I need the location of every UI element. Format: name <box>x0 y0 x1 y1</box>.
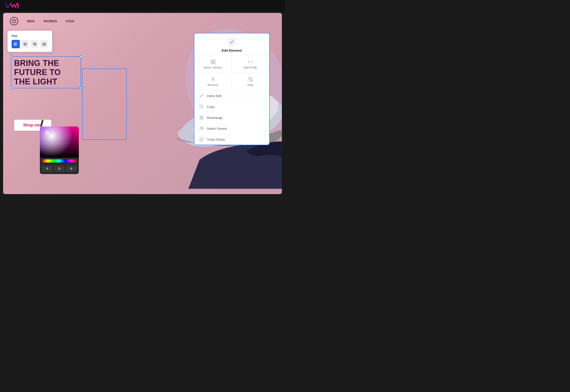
rgb-inputs: R G B <box>40 164 79 172</box>
track-clicks-label: Track Clicks <box>207 138 225 141</box>
selected-text-element[interactable]: BRING THE FUTURE TO THE LIGHT <box>11 56 81 88</box>
svg-rect-36 <box>202 118 203 119</box>
svg-rect-25 <box>214 60 215 61</box>
color-spectrum-slider[interactable] <box>42 159 77 163</box>
svg-rect-35 <box>200 118 201 119</box>
svg-rect-32 <box>201 106 203 108</box>
resize-handle-tr[interactable] <box>80 56 82 58</box>
svg-rect-34 <box>202 116 203 117</box>
select-parent-item[interactable]: Select Parent <box>194 123 269 134</box>
hide-label: Hide <box>248 83 254 87</box>
red-channel-input[interactable]: R <box>42 166 53 172</box>
svg-point-42 <box>201 139 202 140</box>
green-channel-input[interactable]: G <box>54 166 65 172</box>
edit-element-icon-circle <box>227 37 236 47</box>
edit-html-label: Edit HTML <box>243 66 257 69</box>
copy-item[interactable]: Copy <box>194 101 269 112</box>
edit-element-title: Edit Element <box>222 49 242 52</box>
canvas-wrapper: MEN WOMEN KIDS Text <box>3 13 282 194</box>
svg-rect-37 <box>200 128 201 129</box>
right-selection-box <box>82 69 127 140</box>
text-toolbar: Text <box>8 31 52 52</box>
track-clicks-item[interactable]: Track Clicks <box>194 134 269 145</box>
nav-women[interactable]: WOMEN <box>44 19 57 23</box>
nav-logo <box>10 17 18 25</box>
context-menu-list: Inline Edit Copy <box>194 90 269 145</box>
inline-edit-item[interactable]: Inline Edit <box>194 90 269 101</box>
edit-html-button[interactable]: Edit HTML <box>232 56 269 73</box>
move-resize-label: Move / Resize <box>204 66 222 69</box>
headline-text: BRING THE FUTURE TO THE LIGHT <box>14 58 78 86</box>
svg-rect-24 <box>211 60 213 61</box>
svg-point-5 <box>12 19 16 23</box>
align-center-button[interactable] <box>21 40 29 48</box>
copy-label: Copy <box>207 105 215 109</box>
inline-edit-label: Inline Edit <box>207 94 222 98</box>
resize-handle-br[interactable] <box>80 87 82 89</box>
resize-handle-tl[interactable] <box>10 56 13 58</box>
rearrange-item[interactable]: Rearrange <box>194 112 269 123</box>
blue-channel-input[interactable]: B <box>66 166 77 172</box>
remove-button[interactable]: Remove <box>194 73 232 90</box>
resize-handle-bl[interactable] <box>10 87 13 89</box>
align-left-button[interactable] <box>12 40 20 48</box>
nav-kids[interactable]: KIDS <box>66 19 74 23</box>
svg-rect-38 <box>202 128 203 129</box>
topbar <box>0 0 285 11</box>
color-picker: R G B <box>40 126 79 174</box>
hide-button[interactable]: Hide <box>232 73 269 90</box>
svg-rect-27 <box>214 62 215 64</box>
color-gradient[interactable] <box>40 126 79 158</box>
rearrange-label: Rearrange <box>207 116 223 120</box>
move-resize-button[interactable]: Move / Resize <box>194 56 232 73</box>
svg-rect-26 <box>211 62 213 64</box>
site-background: MEN WOMEN KIDS Text <box>3 13 282 194</box>
color-picker-cursor[interactable] <box>45 131 49 134</box>
remove-label: Remove <box>208 83 218 87</box>
context-menu-header: Edit Element <box>194 33 269 56</box>
site-nav: MEN WOMEN KIDS <box>3 13 282 29</box>
context-menu-grid: Move / Resize Edit HTML Remove <box>194 56 269 90</box>
select-parent-label: Select Parent <box>207 127 227 130</box>
nav-men[interactable]: MEN <box>27 19 35 23</box>
context-menu: Edit Element Move / Resize <box>194 33 270 145</box>
align-justify-button[interactable] <box>40 40 48 48</box>
svg-rect-33 <box>200 116 201 117</box>
vwo-logo <box>4 2 20 10</box>
align-right-button[interactable] <box>30 40 39 48</box>
align-buttons-group <box>12 40 48 48</box>
toolbar-title: Text <box>12 34 48 38</box>
